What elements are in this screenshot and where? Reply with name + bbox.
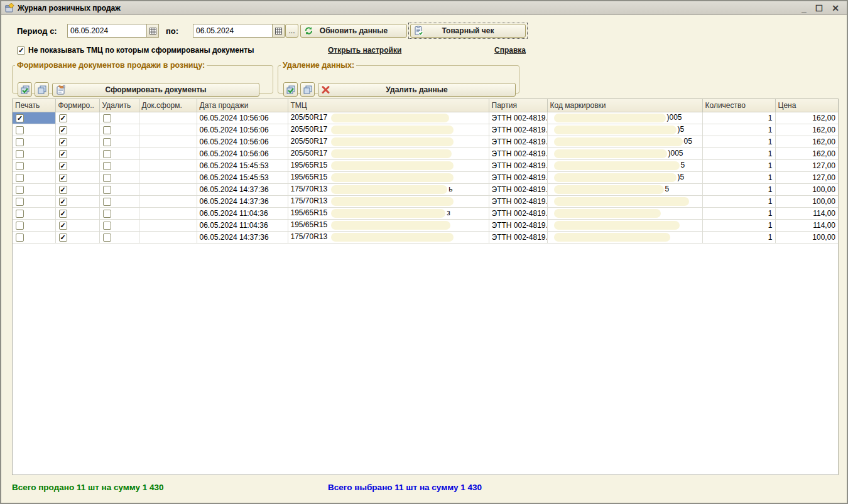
delete-checkbox[interactable] [103,198,111,206]
price-cell[interactable]: 100,00 [775,195,838,207]
form-checkbox[interactable]: ✓ [59,174,67,182]
form-cell[interactable]: ✓ [55,171,99,183]
doc-formed-cell[interactable] [139,124,197,136]
quantity-cell[interactable]: 1 [702,124,775,136]
table-row[interactable]: ✓ 06.05.2024 14:37:36 175/70R13 ЭТТН 002… [13,231,838,243]
party-cell[interactable]: ЭТТН 002-4819… [489,171,547,183]
print-cell[interactable] [13,207,55,219]
tmc-cell[interactable]: 175/70R13ь [288,183,489,195]
party-cell[interactable]: ЭТТН 002-4819… [489,124,547,136]
print-cell[interactable] [13,171,55,183]
marking-code-cell[interactable]: 5 [547,159,702,171]
delete-checkbox[interactable] [103,186,111,194]
delete-cell[interactable] [99,183,139,195]
marking-code-cell[interactable]: )5 [547,124,702,136]
form-checkbox[interactable]: ✓ [59,233,67,242]
open-settings-link[interactable]: Открыть настройки [328,46,401,55]
marking-code-cell[interactable] [547,195,702,207]
sale-date-cell[interactable]: 06.05.2024 14:37:36 [197,195,288,207]
marking-code-cell[interactable]: 5 [547,183,702,195]
doc-formed-cell[interactable] [139,147,197,159]
column-header-print[interactable]: Печать [13,99,55,112]
table-row[interactable]: ✓ 06.05.2024 14:37:36 175/70R13 ЭТТН 002… [13,195,838,207]
calendar-button-to[interactable] [272,24,284,37]
form-cell[interactable]: ✓ [55,147,99,159]
delete-cell[interactable] [99,124,139,136]
quantity-cell[interactable]: 1 [702,219,775,231]
delete-cell[interactable] [99,195,139,207]
party-cell[interactable]: ЭТТН 002-4819… [489,219,547,231]
table-row[interactable]: ✓ 06.05.2024 15:45:53 195/65R15 ЭТТН 002… [13,171,838,183]
sale-date-cell[interactable]: 06.05.2024 14:37:36 [197,183,288,195]
tmc-cell[interactable]: 175/70R13 [288,195,489,207]
help-link[interactable]: Справка [494,46,526,55]
form-cell[interactable]: ✓ [55,112,99,124]
price-cell[interactable]: 127,00 [775,171,838,183]
price-cell[interactable]: 100,00 [775,231,838,243]
table-row[interactable]: ✓ 06.05.2024 11:04:36 195/65R15з ЭТТН 00… [13,207,838,219]
sale-date-cell[interactable]: 06.05.2024 15:45:53 [197,171,288,183]
form-checkbox[interactable]: ✓ [59,186,67,194]
delete-cell[interactable] [99,171,139,183]
quantity-cell[interactable]: 1 [702,159,775,171]
print-cell[interactable] [13,124,55,136]
delete-cell[interactable] [99,219,139,231]
doc-formed-cell[interactable] [139,112,197,124]
sale-date-cell[interactable]: 06.05.2024 11:04:36 [197,219,288,231]
doc-formed-cell[interactable] [139,219,197,231]
delete-checkbox[interactable] [103,233,111,242]
column-header-party[interactable]: Партия [489,99,547,112]
form-cell[interactable]: ✓ [55,136,99,147]
print-cell[interactable] [13,231,55,243]
delete-cell[interactable] [99,207,139,219]
quantity-cell[interactable]: 1 [702,231,775,243]
table-row[interactable]: ✓ 06.05.2024 14:37:36 175/70R13ь ЭТТН 00… [13,183,838,195]
print-checkbox[interactable] [16,222,24,230]
form-checkbox[interactable]: ✓ [59,222,67,230]
date-to-input[interactable] [193,24,272,37]
form-checkbox[interactable]: ✓ [59,138,67,146]
delete-checkbox[interactable] [103,138,111,146]
table-row[interactable]: ✓ 06.05.2024 10:56:06 205/50R17 ЭТТН 002… [13,147,838,159]
form-cell[interactable]: ✓ [55,183,99,195]
table-row[interactable]: ✓ 06.05.2024 10:56:06 205/50R17 ЭТТН 002… [13,124,838,136]
print-checkbox[interactable] [16,198,24,206]
party-cell[interactable]: ЭТТН 002-4819… [489,136,547,147]
price-cell[interactable]: 162,00 [775,147,838,159]
column-header-date[interactable]: Дата продажи [197,99,288,112]
print-checkbox[interactable] [16,126,24,134]
sale-date-cell[interactable]: 06.05.2024 10:56:06 [197,147,288,159]
marking-code-cell[interactable]: 05 [547,136,702,147]
sale-date-cell[interactable]: 06.05.2024 10:56:06 [197,112,288,124]
sale-date-cell[interactable]: 06.05.2024 11:04:36 [197,207,288,219]
form-checkbox[interactable]: ✓ [59,162,67,170]
marking-code-cell[interactable] [547,207,702,219]
receipt-button[interactable]: Товарный чек [410,24,526,38]
price-cell[interactable]: 100,00 [775,183,838,195]
tmc-cell[interactable]: 195/65R15 [288,219,489,231]
quantity-cell[interactable]: 1 [702,195,775,207]
party-cell[interactable]: ЭТТН 002-4819… [489,207,547,219]
print-checkbox[interactable] [16,150,24,158]
quantity-cell[interactable]: 1 [702,171,775,183]
print-cell[interactable] [13,183,55,195]
form-cell[interactable]: ✓ [55,159,99,171]
form-cell[interactable]: ✓ [55,124,99,136]
delete-checkbox[interactable] [103,174,111,182]
column-header-price[interactable]: Цена [775,99,838,112]
doc-formed-cell[interactable] [139,195,197,207]
column-header-delete[interactable]: Удалить [99,99,139,112]
doc-formed-cell[interactable] [139,231,197,243]
column-header-form[interactable]: Формиро.. [55,99,99,112]
maximize-button[interactable]: ☐ [815,4,824,13]
form-checkbox[interactable]: ✓ [59,126,67,134]
marking-code-cell[interactable] [547,219,702,231]
print-checkbox[interactable] [16,162,24,170]
close-button[interactable]: ✕ [832,4,839,13]
doc-formed-cell[interactable] [139,171,197,183]
print-checkbox[interactable]: ✓ [16,114,24,122]
delete-checkbox[interactable] [103,162,111,170]
doc-formed-cell[interactable] [139,136,197,147]
tmc-cell[interactable]: 205/50R17 [288,112,489,124]
party-cell[interactable]: ЭТТН 002-4819… [489,195,547,207]
